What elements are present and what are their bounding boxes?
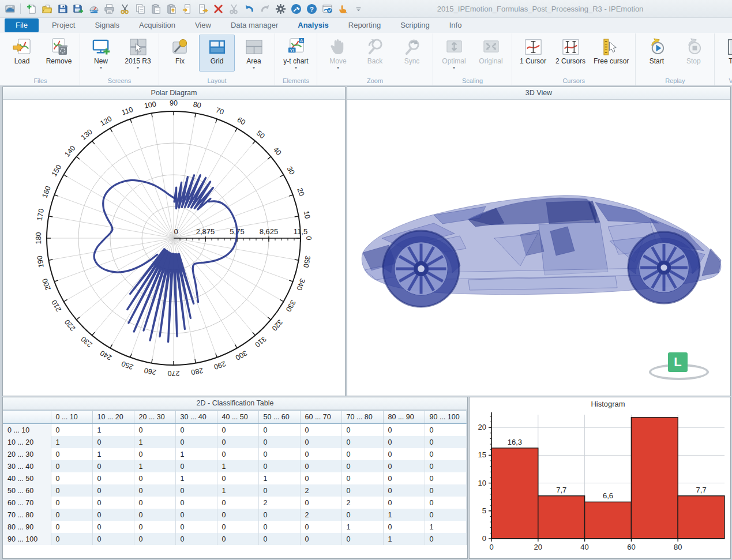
cell: 0 xyxy=(341,424,383,437)
2015-r3-button[interactable]: 2015 R3▾ xyxy=(120,35,156,72)
qat-help-button[interactable]: ? xyxy=(304,2,319,16)
tab-project[interactable]: Project xyxy=(42,18,85,32)
angle-label: 230 xyxy=(80,335,94,349)
qat-export-button[interactable] xyxy=(195,2,210,16)
cell: 0 xyxy=(134,509,175,521)
chevron-down-icon[interactable]: ▾ xyxy=(295,65,297,71)
tab-signals[interactable]: Signals xyxy=(85,18,129,32)
tab-reporting[interactable]: Reporting xyxy=(339,18,391,32)
qat-import-button[interactable] xyxy=(179,2,194,16)
delete-icon xyxy=(213,3,224,14)
chevron-down-icon[interactable]: ▾ xyxy=(453,65,455,71)
angle-label: 80 xyxy=(193,100,202,110)
cell: 1 xyxy=(425,521,466,533)
bar xyxy=(631,418,678,539)
cell: 2 xyxy=(300,484,341,497)
qat-new-document-button[interactable] xyxy=(24,2,39,16)
optimal-button: Optimal▾ xyxy=(436,35,472,72)
button-label: New xyxy=(94,57,108,65)
new-button[interactable]: New▾ xyxy=(83,35,119,72)
qat-open-file-button[interactable] xyxy=(39,2,54,16)
qat-service-button[interactable] xyxy=(288,2,303,16)
histogram-chart[interactable]: Histogram16,37,76,67,705101520020406080 xyxy=(470,397,729,557)
row-header: 50 ... 60 xyxy=(3,484,51,497)
cell: 0 xyxy=(51,497,92,509)
angle-tick xyxy=(195,113,196,117)
caret-spacer xyxy=(374,65,376,71)
tab-analysis[interactable]: Analysis xyxy=(288,18,338,32)
qat-copy-button[interactable] xyxy=(133,2,148,16)
radial-tick-label: 0 xyxy=(174,227,178,236)
qat-paste-button[interactable] xyxy=(148,2,163,16)
tab-file[interactable]: File xyxy=(5,18,39,32)
radial-tick-label: 11,5 xyxy=(294,227,307,236)
qat-auto-save-button[interactable]: AUTO xyxy=(86,2,101,16)
qat-customize-caret-button[interactable] xyxy=(351,2,366,16)
qat-report-view-button[interactable] xyxy=(320,2,335,16)
polar-chart[interactable]: 0102030405060708090100110120130140150160… xyxy=(3,100,344,395)
cell: 0 xyxy=(134,472,175,484)
tab-scripting[interactable]: Scripting xyxy=(391,18,440,32)
ribbon-group-layout: Fix Grid Area▾Layout xyxy=(159,33,275,86)
cell: 1 xyxy=(383,509,425,521)
qat-cut-button[interactable] xyxy=(117,2,132,16)
cell: 0 xyxy=(425,472,466,484)
cell: 0 xyxy=(134,497,175,509)
qat-save-button[interactable] xyxy=(55,2,70,16)
angle-tick xyxy=(48,216,52,217)
start-button[interactable]: Start xyxy=(639,35,674,72)
chevron-down-icon[interactable]: ▾ xyxy=(137,65,139,71)
cell: 0 xyxy=(383,497,425,509)
classification-table-container: 0 ... 1010 ... 2020 ... 3030 ... 4040 ..… xyxy=(3,410,467,545)
angle-label: 110 xyxy=(121,106,134,117)
load-button[interactable]: Load xyxy=(4,35,40,72)
chevron-down-icon[interactable]: ▾ xyxy=(337,65,339,71)
qat-cut-disabled-button[interactable] xyxy=(226,2,241,16)
cell: 0 xyxy=(92,533,134,545)
free-cursor-button[interactable]: Free cursor xyxy=(590,35,632,72)
1-cursor-button[interactable]: 1 Cursor xyxy=(515,35,551,72)
cell: 0 xyxy=(425,448,466,460)
original-icon xyxy=(482,37,501,57)
qat-undo-button[interactable] xyxy=(242,2,257,16)
back-button: Back xyxy=(357,35,393,72)
angle-tick xyxy=(216,354,217,358)
chevron-down-icon[interactable]: ▾ xyxy=(253,65,255,71)
row-header: 90 ... 100 xyxy=(3,533,51,545)
service-icon xyxy=(291,3,302,14)
qat-paste-insert-button[interactable] xyxy=(164,2,179,16)
2-cursors-button[interactable]: 2 Cursors xyxy=(552,35,589,72)
qat-settings-button[interactable] xyxy=(273,2,288,16)
tab-view[interactable]: View xyxy=(185,18,221,32)
qat-touch-mode-button[interactable] xyxy=(335,2,350,16)
button-label: Grid xyxy=(211,57,224,65)
cell: 0 xyxy=(51,448,92,460)
cell: 1 xyxy=(175,448,217,460)
tab-acquisition[interactable]: Acquisition xyxy=(129,18,185,32)
qat-save-as-button[interactable] xyxy=(70,2,85,16)
cell: 0 xyxy=(300,472,341,484)
qat-delete-button[interactable] xyxy=(211,2,226,16)
grid-button[interactable]: Grid xyxy=(199,35,235,72)
chevron-down-icon[interactable]: ▾ xyxy=(100,65,102,71)
tab-info[interactable]: Info xyxy=(440,18,472,32)
y-t-chart-button[interactable]: AYty-t chart▾ xyxy=(278,35,314,72)
angle-label: 310 xyxy=(253,335,268,349)
ribbon-group-cursors: 1 Cursor 2 Cursors Free cursor Cursors xyxy=(512,33,636,86)
button-label: Remove xyxy=(46,57,72,65)
col-header: 60 ... 70 xyxy=(300,411,341,424)
caret-spacer xyxy=(611,65,612,71)
tree-button[interactable]: Tree xyxy=(718,35,732,72)
remove-button[interactable]: Remove xyxy=(41,35,77,72)
qat-print-button[interactable] xyxy=(102,2,117,16)
fix-button[interactable]: Fix xyxy=(162,35,198,72)
cursor1-icon xyxy=(524,37,543,57)
qat-redo-button[interactable] xyxy=(257,2,272,16)
classification-table: 0 ... 1010 ... 2020 ... 3030 ... 4040 ..… xyxy=(3,410,467,545)
qat-app-logo-button[interactable] xyxy=(2,2,17,16)
3d-viewport[interactable]: L xyxy=(347,100,729,395)
row-header: 30 ... 40 xyxy=(3,460,51,472)
tab-data-manager[interactable]: Data manager xyxy=(221,18,288,32)
angle-tick xyxy=(289,280,293,281)
area-button[interactable]: Area▾ xyxy=(236,35,272,72)
